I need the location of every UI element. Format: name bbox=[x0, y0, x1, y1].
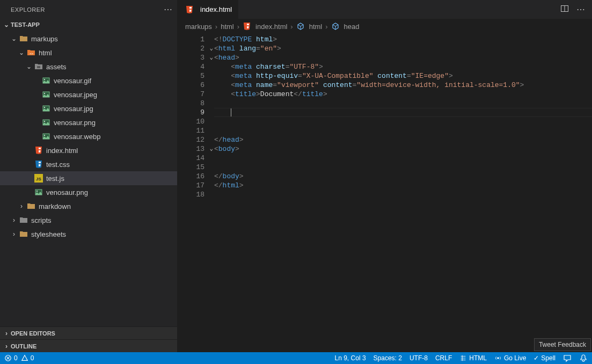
code-line[interactable]: <title>Document</title> bbox=[214, 90, 592, 99]
code-line[interactable]: <html lang="en"> bbox=[214, 44, 592, 53]
open-editors-label: OPEN EDITORS bbox=[11, 330, 55, 337]
tree-item-label: html bbox=[39, 49, 52, 57]
fold-chevron-icon[interactable]: ⌄ bbox=[209, 53, 213, 62]
code-line[interactable] bbox=[214, 163, 592, 172]
tree-item-test-js[interactable]: JStest.js bbox=[0, 171, 177, 185]
split-editor-icon[interactable] bbox=[560, 4, 569, 14]
code-editor[interactable]: 12⌄3⌄45678910111213⌄1415161718 <!DOCTYPE… bbox=[178, 34, 592, 352]
code-line[interactable] bbox=[214, 99, 592, 108]
status-warnings[interactable]: 0 bbox=[21, 354, 34, 362]
folder-html-icon: <> bbox=[26, 48, 36, 57]
fold-chevron-icon[interactable]: ⌄ bbox=[209, 44, 213, 53]
code-line[interactable]: <head> bbox=[214, 53, 592, 62]
more-icon[interactable]: ⋯ bbox=[164, 4, 173, 14]
cube-icon bbox=[331, 22, 340, 31]
more-icon[interactable]: ⋯ bbox=[576, 4, 586, 14]
svg-text:<>: <> bbox=[30, 52, 34, 55]
status-spell[interactable]: ✓ Spell bbox=[533, 354, 556, 362]
project-section-header[interactable]: ⌄ TEST-APP bbox=[0, 19, 177, 31]
tree-item-markdown[interactable]: ›markdown bbox=[0, 199, 177, 213]
breadcrumb-item[interactable]: html bbox=[296, 22, 323, 31]
tree-item-stylesheets[interactable]: ›stylesheets bbox=[0, 227, 177, 241]
breadcrumb-item[interactable]: markups bbox=[185, 23, 212, 31]
status-cursor[interactable]: Ln 9, Col 3 bbox=[335, 354, 366, 362]
status-encoding[interactable]: UTF-8 bbox=[410, 354, 428, 362]
open-editors-panel[interactable]: › OPEN EDITORS bbox=[0, 326, 177, 339]
tree-item-scripts[interactable]: ›scripts bbox=[0, 213, 177, 227]
outline-panel[interactable]: › OUTLINE bbox=[0, 339, 177, 352]
line-number: 14 bbox=[178, 154, 214, 163]
status-bar: 0 0 Ln 9, Col 3 Spaces: 2 UTF-8 CRLF HTM… bbox=[0, 352, 592, 364]
explorer-sidebar: EXPLORER ⋯ ⌄ TEST-APP ⌄markups⌄<>html⌄as… bbox=[0, 0, 178, 352]
tree-item-html[interactable]: ⌄<>html bbox=[0, 46, 177, 60]
tree-item-test-css[interactable]: test.css bbox=[0, 157, 177, 171]
svg-point-7 bbox=[44, 107, 45, 108]
outline-label: OUTLINE bbox=[11, 343, 36, 350]
code-line[interactable]: </body> bbox=[214, 172, 592, 181]
image-icon bbox=[41, 90, 52, 99]
fold-chevron-icon[interactable]: ⌄ bbox=[209, 144, 213, 154]
chevron-right-icon: › bbox=[17, 202, 26, 210]
tree-item-label: markdown bbox=[39, 202, 71, 210]
breadcrumb-item[interactable]: head bbox=[331, 22, 360, 31]
status-errors[interactable]: 0 bbox=[4, 354, 18, 362]
file-tree: ⌄markups⌄<>html⌄assetsvenosaur.gifvenosa… bbox=[0, 31, 177, 326]
tree-item-venosaur-gif[interactable]: venosaur.gif bbox=[0, 74, 177, 88]
code-line[interactable]: </html> bbox=[214, 181, 592, 190]
tree-item-label: test.css bbox=[46, 161, 70, 169]
breadcrumb-separator: › bbox=[325, 23, 327, 31]
line-number: 18 bbox=[178, 190, 214, 199]
code-line[interactable] bbox=[214, 126, 592, 135]
chevron-right-icon: › bbox=[2, 343, 11, 350]
tree-item-label: venosaur.gif bbox=[54, 77, 91, 85]
tree-item-markups[interactable]: ⌄markups bbox=[0, 32, 177, 46]
editor-area: index.html ⋯ markups›html›index.html›htm… bbox=[178, 0, 592, 352]
code-line[interactable]: </head> bbox=[214, 135, 592, 144]
status-language[interactable]: HTML bbox=[459, 354, 487, 362]
tree-item-venosaur-jpeg[interactable]: venosaur.jpeg bbox=[0, 88, 177, 101]
status-spaces[interactable]: Spaces: 2 bbox=[374, 354, 402, 362]
code-line[interactable] bbox=[214, 154, 592, 163]
breadcrumb-item[interactable]: html bbox=[221, 23, 234, 31]
chevron-right-icon: › bbox=[10, 216, 18, 224]
tree-item-venosaur-jpg[interactable]: venosaur.jpg bbox=[0, 101, 177, 115]
tree-item-venosaur-webp[interactable]: venosaur.webp bbox=[0, 129, 177, 143]
svg-point-9 bbox=[44, 121, 45, 122]
tab-index-html[interactable]: index.html bbox=[178, 0, 239, 19]
cube-icon bbox=[296, 22, 305, 31]
code-line[interactable]: <!DOCTYPE html> bbox=[214, 35, 592, 44]
line-number: 3⌄ bbox=[178, 53, 214, 62]
code-line[interactable]: <body> bbox=[214, 144, 592, 154]
folder-icon bbox=[18, 230, 29, 238]
tab-label: index.html bbox=[200, 5, 232, 13]
line-number: 16 bbox=[178, 172, 214, 181]
code-line[interactable] bbox=[214, 108, 592, 117]
image-icon bbox=[41, 132, 52, 141]
html5-icon bbox=[243, 22, 251, 31]
code-line[interactable] bbox=[214, 190, 592, 199]
line-number: 1 bbox=[178, 35, 214, 44]
breadcrumb-item[interactable]: index.html bbox=[243, 22, 287, 31]
feedback-icon[interactable] bbox=[563, 354, 572, 362]
tree-item-label: venosaur.jpeg bbox=[54, 91, 97, 99]
status-eol[interactable]: CRLF bbox=[435, 354, 452, 362]
tree-item-assets[interactable]: ⌄assets bbox=[0, 60, 177, 74]
gutter: 12⌄3⌄45678910111213⌄1415161718 bbox=[178, 34, 214, 352]
code-line[interactable] bbox=[214, 117, 592, 126]
status-golive[interactable]: Go Live bbox=[494, 354, 526, 362]
bell-icon[interactable] bbox=[579, 354, 588, 362]
tree-item-venosaur-png[interactable]: venosaur.png bbox=[0, 185, 177, 199]
code-line[interactable]: <meta charset="UTF-8"> bbox=[214, 62, 592, 71]
line-number: 5 bbox=[178, 71, 214, 81]
code-line[interactable]: <meta http-equiv="X-UA-Compatible" conte… bbox=[214, 71, 592, 81]
code-line[interactable]: <meta name="viewport" content="width=dev… bbox=[214, 81, 592, 90]
svg-rect-1 bbox=[37, 66, 40, 68]
tree-item-index-html[interactable]: index.html bbox=[0, 143, 177, 157]
chevron-right-icon: › bbox=[2, 330, 11, 337]
code-content[interactable]: <!DOCTYPE html><html lang="en"><head> <m… bbox=[214, 34, 592, 352]
line-number: 11 bbox=[178, 126, 214, 135]
chevron-down-icon: ⌄ bbox=[2, 21, 11, 28]
svg-point-19 bbox=[497, 357, 499, 359]
tree-item-venosaur-png[interactable]: venosaur.png bbox=[0, 115, 177, 129]
image-icon bbox=[41, 76, 52, 85]
